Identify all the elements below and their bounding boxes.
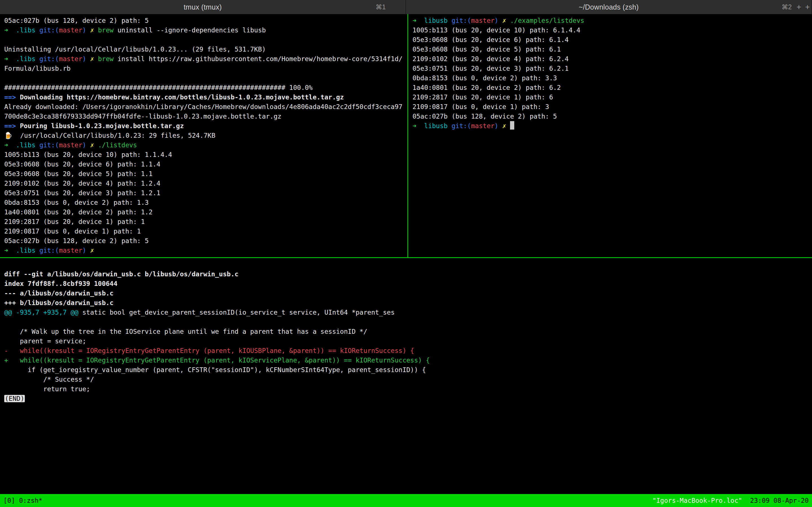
terminal-text: .libs [16, 142, 36, 149]
terminal-text: 05e3:0751 (bus 20, device 3) path: 6.2.1 [412, 65, 569, 72]
terminal-line: 05e3:0608 (bus 20, device 5) path: 6.1 [412, 45, 812, 54]
terminal-text: brew [98, 55, 113, 62]
terminal-text [94, 55, 98, 62]
terminal-text: git:( [40, 247, 59, 254]
terminal-text: ✗ [502, 17, 506, 24]
terminal-text: index 7fdf88f..8cbf939 100644 [4, 280, 117, 287]
tab-tmux[interactable]: tmux (tmux) ⌘1 [0, 0, 406, 14]
terminal-line: 05e3:0751 (bus 20, device 3) path: 6.2.1 [412, 64, 812, 73]
terminal-line: 05e3:0608 (bus 20, device 6) path: 6.1.4 [412, 35, 812, 45]
terminal-text [36, 142, 40, 149]
tab-shortcut-cmd1: ⌘1 [375, 3, 386, 11]
terminal-line: 05e3:0751 (bus 20, device 3) path: 1.2.1 [4, 188, 407, 198]
terminal-text: ./examples/listdevs [510, 17, 584, 24]
terminal-text: .libs [16, 26, 36, 34]
terminal-cursor [510, 121, 514, 129]
terminal-text [94, 26, 98, 34]
terminal-line: 2109:2817 (bus 20, device 1) path: 6 [412, 93, 812, 102]
tmux-pane-right[interactable]: ➜ libusb git:(master) ✗ ./examples/listd… [408, 14, 812, 257]
terminal-line: 1a40:0801 (bus 20, device 2) path: 1.2 [4, 207, 407, 217]
terminal-line: ########################################… [4, 83, 407, 93]
terminal-text: ########################################… [4, 84, 313, 91]
terminal-text: ✗ [90, 142, 94, 149]
terminal-line: 1005:b113 (bus 20, device 10) path: 6.1.… [412, 25, 812, 35]
terminal-text: - while((kresult = IORegistryEntryGetPar… [4, 347, 414, 354]
terminal-text: master [471, 122, 495, 129]
hostname: "Igors-MacBook-Pro.loc" [652, 497, 742, 504]
terminal-line: 05e3:0608 (bus 20, device 6) path: 1.1.4 [4, 159, 407, 169]
terminal-text: ✗ [90, 247, 94, 254]
terminal-text: master [59, 55, 82, 62]
terminal-line: 05ac:027b (bus 128, device 2) path: 5 [412, 112, 812, 121]
terminal-text: 05e3:0751 (bus 20, device 3) path: 1.2.1 [4, 189, 160, 196]
terminal-text: diff --git a/libusb/os/darwin_usb.c b/li… [4, 270, 239, 278]
new-tab-plus-icon[interactable]: + [797, 3, 801, 11]
tmux-status-right: "Igors-MacBook-Pro.loc" 23:09 08-Apr-20 [652, 497, 809, 504]
terminal-text: 05e3:0608 (bus 20, device 6) path: 1.1.4 [4, 161, 160, 168]
terminal-line: + while((kresult = IORegistryEntryGetPar… [4, 355, 812, 365]
terminal-text: /usr/local/Cellar/libusb/1.0.23: 29 file… [12, 132, 215, 139]
terminal-line: /* Walk up the tree in the IOService pla… [4, 327, 812, 336]
add-window-plus-icon[interactable]: + [805, 3, 810, 11]
terminal-line: ➜ .libs git:(master) ✗ brew install http… [4, 54, 407, 64]
terminal-text [8, 247, 16, 254]
terminal-text [86, 142, 90, 149]
terminal-text: 0bda:8153 (bus 0, device 2) path: 1.3 [4, 199, 149, 206]
terminal-line [4, 35, 407, 45]
terminal-text [86, 55, 90, 62]
terminal-line: if (get_ioregistry_value_number (parent,… [4, 365, 812, 375]
terminal-line: 05ac:027b (bus 128, device 2) path: 5 [4, 16, 407, 25]
tab-actions: + + [797, 0, 810, 14]
tab-bar: tmux (tmux) ⌘1 ~/Downloads (zsh) ⌘2 + + [0, 0, 812, 14]
terminal-text: 2109:2817 (bus 20, device 1) path: 1 [4, 218, 145, 225]
terminal-text: Pouring libusb-1.0.23.mojave.bottle.tar.… [16, 122, 184, 129]
tab-downloads-zsh[interactable]: ~/Downloads (zsh) ⌘2 [406, 0, 812, 14]
terminal-text: ==> [4, 94, 16, 101]
tmux-pane-bottom-diff-pager[interactable]: diff --git a/libusb/os/darwin_usb.c b/li… [0, 258, 812, 494]
terminal-text [499, 17, 502, 24]
terminal-text: master [471, 17, 495, 24]
terminal-text: 05e3:0608 (bus 20, device 5) path: 6.1 [412, 46, 561, 53]
tab-shortcut-cmd2: ⌘2 [781, 3, 792, 11]
terminal-text [8, 142, 16, 149]
terminal-line: /* Success */ [4, 375, 812, 384]
terminal-text: 2109:0817 (bus 0, device 1) path: 1 [4, 228, 141, 235]
terminal-text: ➜ [4, 55, 8, 62]
terminal-text [94, 142, 98, 149]
tmux-session-window-indicator: [0] 0:zsh* [3, 497, 42, 504]
terminal-text: 1a40:0801 (bus 20, device 2) path: 1.2 [4, 209, 153, 216]
tmux-status-bar: [0] 0:zsh* "Igors-MacBook-Pro.loc" 23:09… [0, 494, 812, 507]
terminal-line: 05ac:027b (bus 128, device 2) path: 5 [4, 236, 407, 245]
terminal-text: ) [82, 26, 86, 34]
terminal-text [8, 26, 16, 34]
terminal-text: Downloading https://homebrew.bintray.com… [16, 94, 344, 101]
terminal-line: Already downloaded: /Users/igoranokhin/L… [4, 102, 407, 112]
tmux-pane-left[interactable]: 05ac:027b (bus 128, device 2) path: 5➜ .… [0, 14, 407, 257]
terminal-line: 1a40:0801 (bus 20, device 2) path: 6.2 [412, 83, 812, 93]
terminal-text [416, 122, 424, 129]
terminal-line: +++ b/libusb/os/darwin_usb.c [4, 298, 812, 307]
terminal-text: --- a/libusb/os/darwin_usb.c [4, 290, 114, 297]
terminal-text: 2109:0102 (bus 20, device 4) path: 1.2.4 [4, 180, 160, 187]
terminal-text: install https://raw.githubusercontent.co… [114, 55, 403, 62]
terminal-line: 0bda:8153 (bus 0, device 2) path: 3.3 [412, 73, 812, 83]
terminal-line: (END) [4, 394, 812, 403]
terminal-text [8, 55, 16, 62]
terminal-text [506, 122, 510, 129]
terminal-text: ✗ [90, 26, 94, 34]
terminal-line: ➜ .libs git:(master) ✗ brew uninstall --… [4, 25, 407, 35]
terminal-line: parent = service; [4, 336, 812, 346]
terminal-line [4, 317, 812, 327]
terminal-text: git:( [40, 26, 59, 34]
terminal-line: 2109:0102 (bus 20, device 4) path: 6.2.4 [412, 54, 812, 64]
terminal-text: return true; [4, 385, 90, 393]
terminal-text: master [59, 26, 82, 34]
terminal-text: 05ac:027b (bus 128, device 2) path: 5 [412, 113, 557, 120]
terminal-line: index 7fdf88f..8cbf939 100644 [4, 279, 812, 288]
terminal-line: 05e3:0608 (bus 20, device 5) path: 1.1 [4, 169, 407, 179]
terminal-text: ==> [4, 122, 16, 129]
terminal-text: ➜ [4, 247, 8, 254]
terminal-text [448, 17, 452, 24]
terminal-line: 🍺 /usr/local/Cellar/libusb/1.0.23: 29 fi… [4, 131, 407, 140]
terminal-text: 05e3:0608 (bus 20, device 6) path: 6.1.4 [412, 36, 569, 43]
